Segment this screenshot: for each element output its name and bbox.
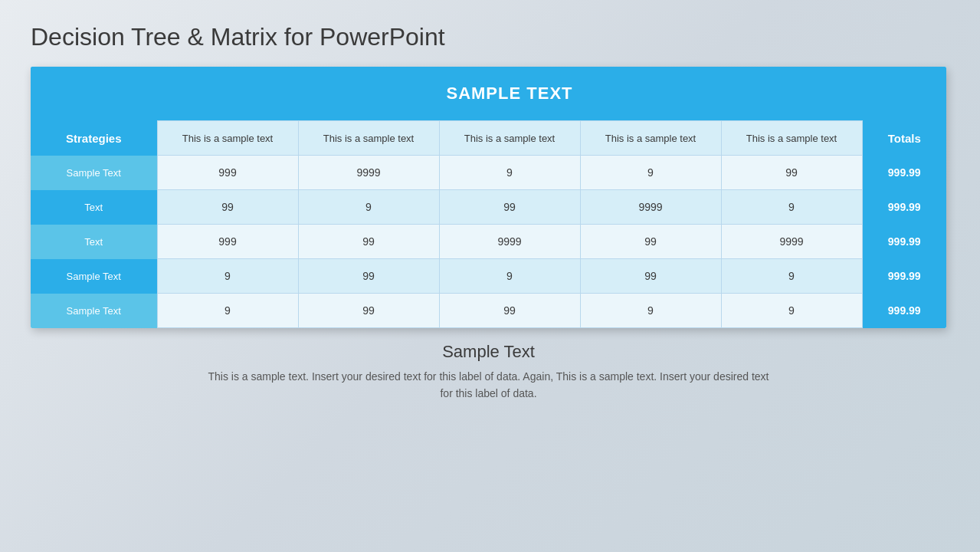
matrix-table: SAMPLE TEXT Strategies This is a sample … — [31, 67, 946, 328]
cell-3-0: 9 — [157, 259, 298, 294]
cell-3-4: 9 — [721, 259, 862, 294]
footer-section: Sample Text This is a sample text. Inser… — [31, 342, 946, 402]
cell-1-0: 99 — [157, 190, 298, 225]
row-total-3: 999.99 — [862, 259, 946, 294]
table-main-header: SAMPLE TEXT — [157, 67, 862, 121]
footer-title: Sample Text — [31, 342, 946, 362]
table-row: Sample Text99999999999999.99 — [31, 156, 946, 190]
cell-3-3: 99 — [580, 259, 721, 294]
footer-text: This is a sample text. Insert your desir… — [202, 368, 776, 402]
row-label-1: Text — [31, 190, 157, 225]
cell-0-4: 99 — [721, 156, 862, 190]
row-label-0: Sample Text — [31, 156, 157, 190]
row-label-2: Text — [31, 225, 157, 259]
sub-header-2: This is a sample text — [298, 121, 439, 156]
cell-0-1: 9999 — [298, 156, 439, 190]
row-label-3: Sample Text — [31, 259, 157, 294]
corner-cell-top — [31, 67, 157, 121]
row-label-4: Sample Text — [31, 294, 157, 328]
table-row: Text9999999999999.99 — [31, 190, 946, 225]
cell-3-2: 9 — [439, 259, 580, 294]
cell-1-3: 9999 — [580, 190, 721, 225]
cell-4-1: 99 — [298, 294, 439, 328]
strategies-header: Strategies — [31, 121, 157, 156]
row-total-2: 999.99 — [862, 225, 946, 259]
page-title: Decision Tree & Matrix for PowerPoint — [31, 23, 445, 51]
cell-2-0: 999 — [157, 225, 298, 259]
table-row: Text999999999999999999.99 — [31, 225, 946, 259]
matrix-table-container: SAMPLE TEXT Strategies This is a sample … — [31, 67, 946, 328]
cell-4-0: 9 — [157, 294, 298, 328]
table-row: Sample Text9999999999.99 — [31, 259, 946, 294]
row-total-1: 999.99 — [862, 190, 946, 225]
table-row: Sample Text9999999999.99 — [31, 294, 946, 328]
cell-0-0: 999 — [157, 156, 298, 190]
cell-2-4: 9999 — [721, 225, 862, 259]
cell-1-4: 9 — [721, 190, 862, 225]
totals-header: Totals — [862, 121, 946, 156]
cell-0-3: 9 — [580, 156, 721, 190]
cell-3-1: 99 — [298, 259, 439, 294]
cell-4-3: 9 — [580, 294, 721, 328]
corner-cell-top-right — [862, 67, 946, 121]
row-total-4: 999.99 — [862, 294, 946, 328]
sub-header-4: This is a sample text — [580, 121, 721, 156]
cell-1-2: 99 — [439, 190, 580, 225]
cell-2-2: 9999 — [439, 225, 580, 259]
sub-header-1: This is a sample text — [157, 121, 298, 156]
cell-0-2: 9 — [439, 156, 580, 190]
cell-4-2: 99 — [439, 294, 580, 328]
sub-header-3: This is a sample text — [439, 121, 580, 156]
cell-4-4: 9 — [721, 294, 862, 328]
sub-header-5: This is a sample text — [721, 121, 862, 156]
row-total-0: 999.99 — [862, 156, 946, 190]
cell-1-1: 9 — [298, 190, 439, 225]
cell-2-1: 99 — [298, 225, 439, 259]
cell-2-3: 99 — [580, 225, 721, 259]
